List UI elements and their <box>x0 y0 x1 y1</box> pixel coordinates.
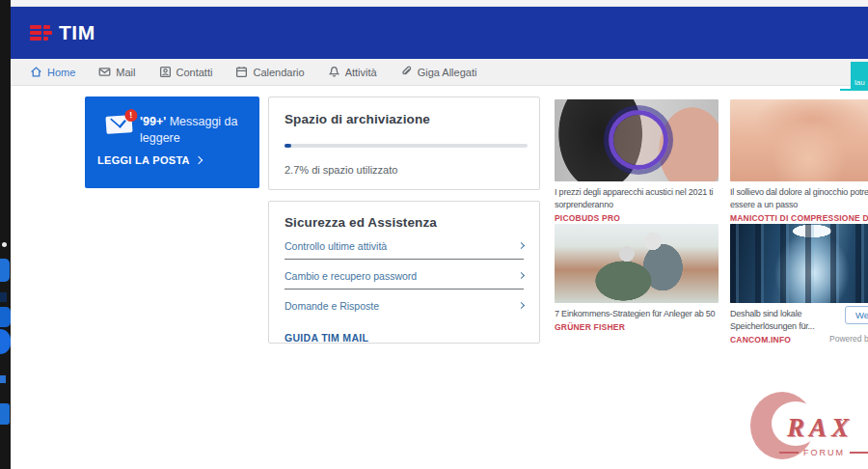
user-badge-label: lau <box>854 78 865 87</box>
read-mail-label: LEGGI LA POSTA <box>97 154 190 166</box>
link-label: Domande e Risposte <box>285 300 379 312</box>
nav-item-label: Giga Allegati <box>418 67 477 78</box>
ad-brand: PICOBUDS PRO <box>555 213 719 223</box>
nav-item-label: Home <box>47 67 75 78</box>
guida-tim-mail-link[interactable]: GUIDA TIM MAIL <box>285 332 524 344</box>
ad-caption: Il sollievo dal dolore al ginocchio potr… <box>730 186 868 211</box>
envelope-icon: ! <box>105 115 132 134</box>
sponsored-ads: I prezzi degli apparecchi acustici nel 2… <box>555 99 868 345</box>
link-cambio-password[interactable]: Cambio e recupero password <box>285 262 524 289</box>
chevron-right-icon <box>518 242 525 249</box>
background-fragment <box>0 329 11 354</box>
nav-item-label: Contatti <box>176 67 213 78</box>
link-controllo-attivita[interactable]: Controllo ultime attività <box>285 233 524 259</box>
paperclip-icon <box>400 66 413 78</box>
powered-by-label: Powered by <box>829 334 868 344</box>
ad-caption: I prezzi degli apparecchi acustici nel 2… <box>555 186 719 211</box>
ad-brand: GRÜNER FISHER <box>555 322 719 332</box>
nav-item-mail[interactable]: Mail <box>98 66 135 78</box>
link-label: Cambio e recupero password <box>285 270 417 282</box>
unread-messages-card[interactable]: ! '99+' Messaggi da leggere LEGGI LA POS… <box>85 97 259 188</box>
storage-progress-fill <box>285 144 291 148</box>
storage-progress-bar <box>285 144 528 148</box>
divider <box>285 289 524 290</box>
security-title: Sicurezza ed Assistenza <box>285 215 524 230</box>
background-fragment <box>0 307 11 327</box>
nav-item-calendario[interactable]: Calendario <box>235 66 304 78</box>
tim-logo[interactable]: TIM <box>30 21 95 44</box>
mail-icon <box>98 66 111 78</box>
read-mail-button[interactable]: LEGGI LA POSTA <box>97 154 202 166</box>
tim-logo-icon <box>30 25 52 41</box>
tim-mail-home-page: TIM Home Mail Contatti Calendario Attivi… <box>0 0 868 469</box>
nav-item-contatti[interactable]: Contatti <box>159 66 213 78</box>
watermark-forum-text: FORUM <box>779 448 868 457</box>
storage-used-label: 2.7% di spazio utilizzato <box>285 164 524 176</box>
background-fragment <box>2 242 7 247</box>
chevron-right-icon <box>518 302 525 309</box>
bell-icon <box>328 66 340 78</box>
storage-card: Spazio di archiviazione 2.7% di spazio u… <box>268 97 540 190</box>
chevron-right-icon <box>195 156 203 164</box>
ad-knee-sleeve[interactable]: Il sollievo dal dolore al ginocchio potr… <box>730 99 868 224</box>
ad-image-hearing-aid <box>555 99 719 181</box>
security-card: Sicurezza ed Assistenza Controllo ultime… <box>268 201 540 344</box>
unread-count: '99+' <box>140 115 166 128</box>
nav-item-label: Attività <box>345 67 377 78</box>
background-fragment <box>0 375 6 383</box>
storage-title: Spazio di archiviazione <box>285 112 524 126</box>
background-fragment <box>0 403 10 425</box>
main-nav: Home Mail Contatti Calendario Attività G… <box>11 59 868 86</box>
chevron-right-icon <box>518 272 525 279</box>
nav-item-label: Mail <box>116 67 135 78</box>
watermark-rax-text: RAX <box>787 413 854 443</box>
nav-item-giga-allegati[interactable]: Giga Allegati <box>400 66 477 78</box>
ad-caption: 7 Einkommens-Strategien für Anleger ab 5… <box>555 308 719 320</box>
watermark-forum-label: FORUM <box>803 448 845 457</box>
alert-badge: ! <box>124 109 138 123</box>
ad-storage-solutions[interactable]: Deshalb sind lokale Speicherlösungen für… <box>730 224 868 345</box>
ad-caption: Deshalb sind lokale Speicherlösungen für… <box>730 308 831 333</box>
divider <box>285 259 524 260</box>
contacts-icon <box>159 66 172 78</box>
nav-item-label: Calendario <box>253 67 304 78</box>
ad-investment[interactable]: 7 Einkommens-Strategien für Anleger ab 5… <box>555 224 719 345</box>
link-label: Controllo ultime attività <box>285 240 387 252</box>
background-window-strip <box>0 0 11 469</box>
ad-hearing-aids[interactable]: I prezzi degli apparecchi acustici nel 2… <box>555 99 719 224</box>
home-icon <box>30 66 42 78</box>
link-domande-risposte[interactable]: Domande e Risposte <box>285 292 524 318</box>
nav-item-home[interactable]: Home <box>30 66 75 78</box>
user-menu-underline <box>840 89 868 91</box>
tim-logo-text: TIM <box>59 21 95 44</box>
window-top-edge <box>11 0 868 7</box>
background-fragment <box>0 292 7 302</box>
ad-image-knee <box>730 99 868 181</box>
tim-header: TIM <box>11 7 868 59</box>
ad-image-couple <box>555 224 719 303</box>
ad-image-server-room <box>730 224 868 303</box>
calendar-icon <box>235 66 248 78</box>
crax-forum-watermark: RAX FORUM <box>745 388 868 467</box>
user-menu-badge[interactable]: lau <box>851 62 868 90</box>
unread-count-text: '99+' Messaggi da leggere <box>140 114 248 147</box>
nav-item-attivita[interactable]: Attività <box>328 66 377 78</box>
weiter-button[interactable]: Weiter <box>845 306 868 324</box>
background-fragment <box>0 259 10 282</box>
